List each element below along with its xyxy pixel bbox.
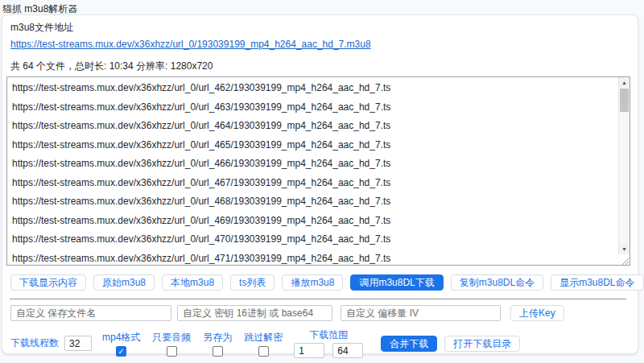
scroll-down-icon[interactable]: ▼ — [619, 244, 630, 254]
save-as-option: 另存为 — [203, 331, 232, 357]
segment-url: https://test-streams.mux.dev/x36xhzz/url… — [12, 117, 613, 136]
skip-decrypt-label: 跳过解密 — [244, 331, 283, 344]
resize-grip-icon[interactable] — [619, 254, 630, 265]
audio-only-checkbox[interactable] — [167, 346, 177, 357]
divider — [10, 299, 626, 299]
thread-count-label: 下载线程数 — [10, 336, 59, 350]
invoke-m3u8dl-download-button[interactable]: 调用m3u8DL下载 — [350, 274, 443, 291]
segment-list[interactable]: https://test-streams.mux.dev/x36xhzz/url… — [6, 76, 630, 266]
range-end-input[interactable] — [332, 343, 363, 358]
segment-list-content: https://test-streams.mux.dev/x36xhzz/url… — [7, 77, 630, 266]
scroll-up-icon[interactable]: ▲ — [619, 77, 630, 88]
audio-only-label: 只要音频 — [152, 331, 191, 344]
local-m3u8-button[interactable]: 本地m3u8 — [162, 274, 223, 291]
segment-url: https://test-streams.mux.dev/x36xhzz/url… — [12, 136, 613, 155]
m3u8-address-label: m3u8文件地址 — [10, 21, 634, 35]
segment-url: https://test-streams.mux.dev/x36xhzz/url… — [12, 98, 613, 118]
download-shown-content-button[interactable]: 下载显示内容 — [10, 274, 86, 291]
download-range-group: 下载范围 — [294, 328, 363, 358]
action-button-row: 下载显示内容 原始m3u8 本地m3u8 ts列表 播放m3u8 调用m3u8D… — [10, 274, 634, 291]
filename-input[interactable] — [10, 305, 171, 321]
custom-input-row: 上传Key — [10, 305, 634, 321]
skip-decrypt-checkbox[interactable] — [258, 346, 269, 357]
upload-key-button[interactable]: 上传Key — [510, 305, 564, 321]
segment-url: https://test-streams.mux.dev/x36xhzz/url… — [12, 155, 613, 174]
open-download-dir-button[interactable]: 打开下载目录 — [444, 336, 520, 352]
decrypt-key-input[interactable] — [177, 305, 332, 321]
merge-download-button[interactable]: 合并下载 — [381, 336, 437, 352]
show-m3u8dl-command-button[interactable]: 显示m3u8DL命令 — [551, 274, 643, 291]
skip-decrypt-option: 跳过解密 — [244, 331, 283, 357]
save-as-label: 另存为 — [203, 331, 232, 344]
checkmark-icon: ✓ — [118, 347, 124, 356]
segment-url: https://test-streams.mux.dev/x36xhzz/url… — [12, 250, 613, 266]
segment-url: https://test-streams.mux.dev/x36xhzz/url… — [12, 174, 613, 193]
m3u8-parser-panel: m3u8文件地址 https://test-streams.mux.dev/x3… — [2, 14, 638, 354]
scrollbar-thumb[interactable] — [620, 89, 629, 112]
thread-count-input[interactable] — [64, 336, 92, 351]
save-as-checkbox[interactable] — [213, 346, 223, 357]
ts-list-button[interactable]: ts列表 — [230, 274, 275, 291]
audio-only-option: 只要音频 — [152, 331, 191, 357]
original-m3u8-button[interactable]: 原始m3u8 — [93, 274, 155, 291]
segment-url: https://test-streams.mux.dev/x36xhzz/url… — [12, 230, 613, 250]
segment-url: https://test-streams.mux.dev/x36xhzz/url… — [12, 192, 613, 212]
download-options-row: 下载线程数 mp4格式 ✓ 只要音频 另存为 跳过解密 下载范围 合并下载 打开… — [10, 328, 634, 358]
segment-url: https://test-streams.mux.dev/x36xhzz/url… — [12, 212, 613, 231]
mp4-format-option: mp4格式 ✓ — [102, 331, 140, 357]
m3u8-address-link[interactable]: https://test-streams.mux.dev/x36xhzz/url… — [10, 39, 371, 50]
file-summary: 共 64 个文件，总时长: 10:34 分辨率: 1280x720 — [10, 60, 634, 73]
copy-m3u8dl-command-button[interactable]: 复制m3u8DL命令 — [451, 274, 543, 291]
vertical-scrollbar[interactable]: ▲ ▼ — [618, 77, 630, 254]
iv-offset-input[interactable] — [341, 305, 501, 321]
mp4-format-label: mp4格式 — [102, 331, 140, 344]
segment-url: https://test-streams.mux.dev/x36xhzz/url… — [12, 79, 613, 98]
play-m3u8-button[interactable]: 播放m3u8 — [282, 274, 343, 291]
download-range-label: 下载范围 — [309, 328, 348, 342]
range-start-input[interactable] — [294, 343, 324, 358]
mp4-format-checkbox[interactable]: ✓ — [116, 346, 126, 357]
